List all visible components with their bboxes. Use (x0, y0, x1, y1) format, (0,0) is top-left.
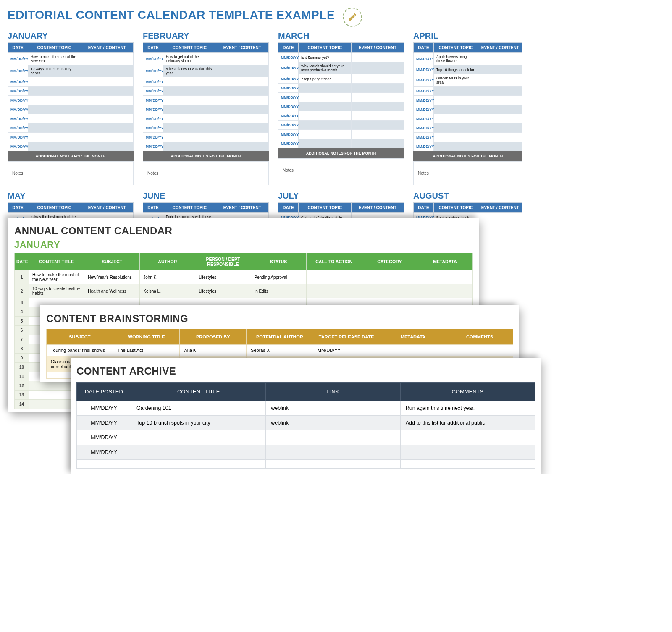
cell[interactable]: 1 (15, 270, 29, 284)
table-row[interactable]: MM/DD/YY (278, 121, 404, 130)
event-cell[interactable] (478, 74, 522, 87)
cell[interactable]: Top 10 brunch spots in your city (131, 416, 266, 430)
topic-cell[interactable] (299, 130, 352, 139)
table-row[interactable]: MM/DD/YY (143, 133, 269, 142)
date-cell[interactable]: MM/DD/YY (8, 53, 28, 65)
topic-cell[interactable] (28, 87, 81, 96)
topic-cell[interactable] (434, 96, 478, 105)
table-row[interactable]: MM/DD/YY (278, 139, 404, 148)
cell[interactable] (306, 284, 362, 298)
notes-box[interactable]: Notes (413, 161, 522, 185)
date-cell[interactable]: MM/DD/YY (414, 123, 434, 133)
event-cell[interactable] (216, 142, 269, 151)
cell[interactable]: 13 (15, 391, 29, 400)
event-cell[interactable] (351, 102, 404, 111)
table-row[interactable]: MM/DD/YY (278, 111, 404, 121)
table-row[interactable]: 1How to make the most of the New YearNew… (15, 270, 473, 284)
date-cell[interactable]: MM/DD/YY (278, 53, 299, 62)
table-row[interactable]: MM/DD/YY (77, 445, 535, 460)
table-row[interactable]: MM/DD/YY (8, 105, 134, 114)
event-cell[interactable] (351, 84, 404, 93)
event-cell[interactable] (81, 114, 134, 123)
table-row[interactable]: MM/DD/YY (8, 87, 134, 96)
table-row[interactable]: MM/DD/YY (8, 133, 134, 142)
date-cell[interactable]: MM/DD/YY (278, 130, 299, 139)
month-table[interactable]: DATECONTENT TOPICEVENT / CONTENTMM/DD/YY… (278, 42, 404, 148)
date-cell[interactable]: MM/DD/YY (8, 105, 28, 114)
topic-cell[interactable] (28, 96, 81, 105)
cell[interactable]: The Last Act (113, 345, 180, 356)
cell[interactable]: 10 ways to create healthy habits (29, 284, 84, 298)
event-cell[interactable] (81, 123, 134, 133)
event-cell[interactable] (478, 142, 522, 151)
topic-cell[interactable] (163, 87, 216, 96)
table-row[interactable]: MM/DD/YY (143, 114, 269, 123)
date-cell[interactable]: MM/DD/YY (414, 87, 434, 96)
event-cell[interactable] (216, 133, 269, 142)
topic-cell[interactable]: How to get out of the February slump (163, 53, 216, 65)
table-row[interactable]: MM/DD/YYIs it Summer yet? (278, 53, 404, 62)
cell[interactable] (380, 345, 446, 356)
cell[interactable]: 4 (15, 307, 29, 317)
table-row[interactable]: MM/DD/YY (414, 96, 522, 105)
cell[interactable] (266, 445, 400, 460)
cell[interactable] (131, 460, 266, 469)
date-cell[interactable]: MM/DD/YY (8, 142, 28, 151)
topic-cell[interactable] (28, 114, 81, 123)
cell[interactable] (400, 460, 535, 469)
cell[interactable]: John K. (140, 270, 195, 284)
topic-cell[interactable] (28, 123, 81, 133)
cell[interactable]: 2 (15, 284, 29, 298)
table-row[interactable]: MM/DD/YY (143, 87, 269, 96)
event-cell[interactable] (351, 62, 404, 74)
date-cell[interactable]: MM/DD/YY (143, 142, 163, 151)
event-cell[interactable] (478, 133, 522, 142)
date-cell[interactable]: MM/DD/YY (143, 53, 163, 65)
month-table[interactable]: DATECONTENT TOPICEVENT / CONTENTMM/DD/YY… (413, 42, 522, 151)
event-cell[interactable] (351, 130, 404, 139)
cell[interactable]: 12 (15, 381, 29, 391)
date-cell[interactable]: MM/DD/YY (143, 123, 163, 133)
table-row[interactable]: MM/DD/YYHow to get out of the February s… (143, 53, 269, 65)
event-cell[interactable] (216, 53, 269, 65)
topic-cell[interactable] (299, 139, 352, 148)
cell[interactable]: Keisha L. (140, 284, 195, 298)
date-cell[interactable]: MM/DD/YY (278, 74, 299, 84)
topic-cell[interactable] (434, 142, 478, 151)
date-cell[interactable]: MM/DD/YY (143, 133, 163, 142)
topic-cell[interactable] (299, 102, 352, 111)
table-row[interactable]: MM/DD/YY (414, 123, 522, 133)
cell[interactable]: weblink (266, 416, 400, 430)
cell[interactable]: How to make the most of the New Year (29, 270, 84, 284)
date-cell[interactable]: MM/DD/YY (278, 93, 299, 102)
table-row[interactable]: MM/DD/YYGarden tours in your area (414, 74, 522, 87)
table-row[interactable]: MM/DD/YY (414, 114, 522, 123)
cell[interactable]: Lifestyles (195, 270, 251, 284)
table-row[interactable]: MM/DD/YY (278, 130, 404, 139)
topic-cell[interactable] (434, 123, 478, 133)
date-cell[interactable]: MM/DD/YY (8, 133, 28, 142)
event-cell[interactable] (216, 77, 269, 87)
topic-cell[interactable] (434, 105, 478, 114)
table-row[interactable]: MM/DD/YY (8, 77, 134, 87)
topic-cell[interactable]: 10 ways to create healthy habits (28, 65, 81, 77)
table-row[interactable]: 210 ways to create healthy habitsHealth … (15, 284, 473, 298)
cell[interactable]: 3 (15, 298, 29, 307)
topic-cell[interactable] (299, 93, 352, 102)
cell[interactable]: Lifestyles (195, 284, 251, 298)
cell[interactable]: 6 (15, 326, 29, 335)
cell[interactable]: 8 (15, 344, 29, 354)
topic-cell[interactable] (163, 114, 216, 123)
event-cell[interactable] (81, 87, 134, 96)
event-cell[interactable] (478, 213, 522, 222)
cell[interactable]: 14 (15, 400, 29, 409)
topic-cell[interactable] (299, 111, 352, 121)
topic-cell[interactable]: April showers bring these flowers (434, 53, 478, 65)
topic-cell[interactable]: How to make the most of the New Year (28, 53, 81, 65)
table-row[interactable]: MM/DD/YYWhy March should be your most pr… (278, 62, 404, 74)
cell[interactable]: MM/DD/YY (77, 445, 131, 460)
table-row[interactable]: MM/DD/YY (143, 105, 269, 114)
topic-cell[interactable] (434, 87, 478, 96)
table-row[interactable]: MM/DD/YYGardening 101weblinkRun again th… (77, 401, 535, 416)
event-cell[interactable] (216, 87, 269, 96)
